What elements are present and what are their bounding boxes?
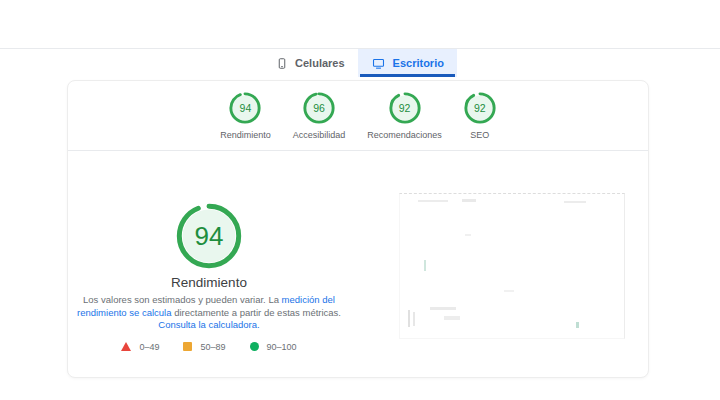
summary-gauge[interactable]: 96 Accesibilidad	[293, 92, 346, 140]
summary-gauge-ring: 92	[464, 92, 496, 124]
performance-score: 94	[176, 203, 242, 269]
summary-gauge[interactable]: 94 Rendimiento	[220, 92, 271, 140]
thumbnail-artifact	[576, 322, 579, 328]
tab-escritorio[interactable]: Escritorio	[358, 49, 457, 77]
performance-description: Los valores son estimados y pueden varia…	[72, 294, 346, 332]
thumbnail-artifact	[413, 312, 415, 326]
thumbnail-artifact	[424, 260, 426, 271]
thumbnail-artifact	[430, 307, 456, 310]
summary-score: 92	[464, 92, 496, 124]
summary-label: Recomendaciones	[367, 130, 442, 140]
legend-range: 0–49	[139, 342, 159, 352]
summary-gauge[interactable]: 92 SEO	[464, 92, 496, 140]
legend-range: 50–89	[200, 342, 225, 352]
thumbnail-artifact	[408, 310, 410, 327]
summary-label: Accesibilidad	[293, 130, 346, 140]
summary-score: 92	[389, 92, 421, 124]
summary-score: 96	[303, 92, 335, 124]
legend-range: 90–100	[267, 342, 297, 352]
screenshot-thumbnail	[399, 193, 625, 339]
tab-celulares[interactable]: Celulares	[263, 49, 358, 77]
thumbnail-artifact	[504, 290, 514, 292]
smartphone-icon	[276, 57, 288, 70]
scores-summary: 94 Rendimiento 96 Accesibilidad 92 Recom…	[68, 81, 648, 151]
thumbnail-artifact	[462, 199, 476, 202]
score-legend: 0–49 50–89 90–100	[68, 342, 350, 352]
thumbnail-artifact	[564, 201, 586, 203]
summary-gauge-ring: 92	[389, 92, 421, 124]
summary-gauge-ring: 94	[229, 92, 261, 124]
summary-score: 94	[229, 92, 261, 124]
legend-circle-icon	[250, 342, 259, 351]
summary-label: Rendimiento	[220, 130, 271, 140]
thumbnail-artifact	[444, 316, 460, 320]
legend-item: 0–49	[121, 342, 159, 352]
description-text: Los valores son estimados y pueden varia…	[83, 294, 282, 305]
thumbnail-artifact	[418, 200, 448, 202]
performance-label: Rendimiento	[68, 275, 350, 290]
performance-column: 94 Rendimiento Los valores son estimados…	[68, 151, 350, 352]
device-tabs: Celulares Escritorio	[0, 49, 720, 77]
description-link[interactable]: Consulta la calculadora.	[158, 319, 259, 330]
desktop-icon	[371, 57, 386, 70]
legend-square-icon	[183, 342, 192, 351]
summary-gauge[interactable]: 92 Recomendaciones	[367, 92, 442, 140]
thumbnail-artifact	[465, 234, 471, 236]
legend-item: 50–89	[183, 342, 225, 352]
legend-triangle-icon	[121, 342, 131, 351]
summary-gauge-ring: 96	[303, 92, 335, 124]
performance-gauge: 94	[176, 203, 242, 269]
report-card: 94 Rendimiento 96 Accesibilidad 92 Recom…	[67, 80, 649, 378]
tab-label: Celulares	[295, 57, 345, 69]
pagespeed-report: Celulares Escritorio 94 Rendimiento 96	[0, 0, 720, 400]
performance-section: 94 Rendimiento Los valores son estimados…	[68, 151, 648, 375]
tab-label: Escritorio	[393, 57, 444, 69]
description-text: directamente a partir de estas métricas.	[172, 307, 342, 318]
summary-label: SEO	[470, 130, 489, 140]
legend-item: 90–100	[250, 342, 297, 352]
